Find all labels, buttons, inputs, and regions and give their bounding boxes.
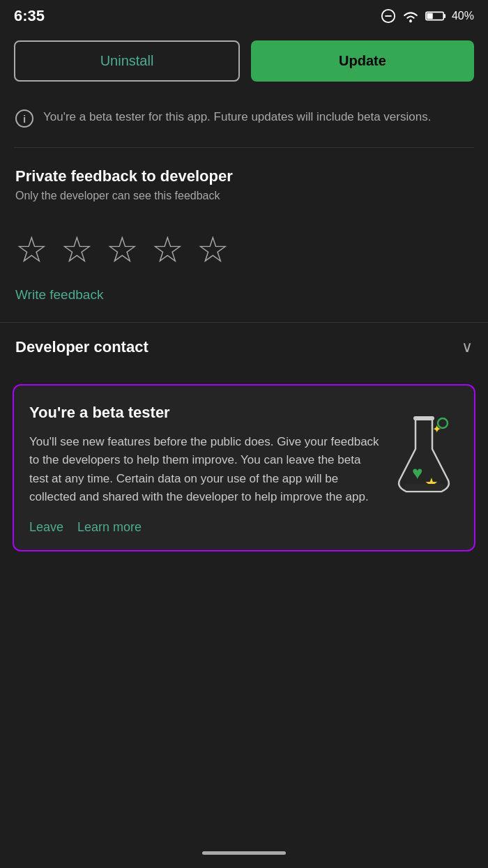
- write-feedback-container: Write feedback: [0, 280, 488, 322]
- battery-percentage: 40%: [452, 10, 474, 22]
- leave-link[interactable]: Leave: [29, 520, 63, 535]
- beta-tester-card: You're a beta tester You'll see new feat…: [13, 384, 475, 551]
- private-feedback-section: Private feedback to developer Only the d…: [0, 148, 488, 224]
- beta-tester-text-col: You're a beta tester You'll see new feat…: [29, 404, 382, 535]
- flask-illustration: ✦ ♥ ★: [389, 411, 459, 501]
- battery-icon: [425, 10, 446, 22]
- svg-rect-8: [413, 416, 434, 420]
- star-2[interactable]: ☆: [61, 231, 93, 268]
- beta-tester-card-title: You're a beta tester: [29, 404, 382, 422]
- uninstall-button[interactable]: Uninstall: [14, 40, 240, 82]
- private-feedback-subtitle: Only the developer can see this feedback: [15, 190, 473, 202]
- dnd-icon: [381, 8, 396, 24]
- flask-svg: ✦ ♥ ★: [392, 411, 455, 501]
- beta-notice: i You're a beta tester for this app. Fut…: [0, 96, 488, 140]
- star-1[interactable]: ☆: [15, 231, 48, 268]
- star-5[interactable]: ☆: [197, 231, 229, 268]
- svg-rect-5: [427, 13, 432, 19]
- star-4[interactable]: ☆: [151, 231, 184, 268]
- stars-container[interactable]: ☆ ☆ ☆ ☆ ☆: [0, 224, 488, 280]
- status-time: 6:35: [14, 7, 45, 25]
- status-icons: 40%: [381, 8, 474, 24]
- write-feedback-link[interactable]: Write feedback: [15, 287, 103, 302]
- bottom-bar: [0, 840, 488, 868]
- beta-tester-card-inner: You're a beta tester You'll see new feat…: [29, 404, 459, 535]
- action-buttons: Uninstall Update: [0, 31, 488, 96]
- update-button[interactable]: Update: [251, 40, 474, 82]
- svg-point-2: [409, 20, 412, 23]
- beta-notice-text: You're a beta tester for this app. Futur…: [43, 108, 431, 126]
- star-3[interactable]: ☆: [106, 231, 139, 268]
- svg-rect-4: [443, 14, 445, 18]
- svg-text:♥: ♥: [412, 462, 422, 483]
- developer-contact-section[interactable]: Developer contact ∨: [0, 322, 488, 372]
- status-bar: 6:35 40%: [0, 0, 488, 31]
- chevron-down-icon: ∨: [462, 338, 473, 356]
- developer-contact-title: Developer contact: [15, 338, 148, 356]
- wifi-icon: [402, 8, 420, 24]
- beta-tester-actions: Leave Learn more: [29, 520, 382, 535]
- beta-tester-card-body: You'll see new features before the publi…: [29, 433, 382, 506]
- svg-text:✦: ✦: [432, 423, 441, 435]
- learn-more-link[interactable]: Learn more: [77, 520, 142, 535]
- info-icon: i: [15, 109, 33, 128]
- bottom-indicator: [202, 851, 286, 855]
- private-feedback-title: Private feedback to developer: [15, 167, 473, 185]
